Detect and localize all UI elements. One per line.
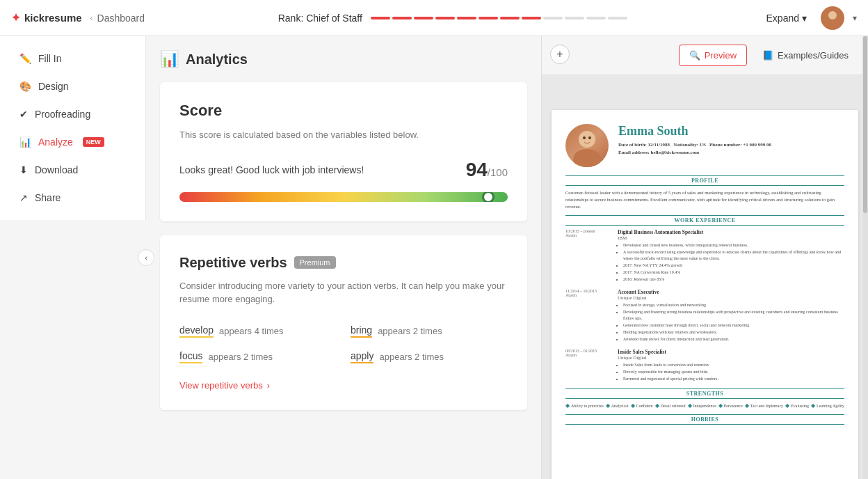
strength-bullet-icon: ◆ — [785, 402, 789, 409]
sidebar: ✏️ Fill In 🎨 Design ✔ Proofreading 📊 Ana… — [0, 36, 146, 479]
sidebar-item-proofreading[interactable]: ✔ Proofreading — [6, 101, 140, 127]
download-icon: ⬇ — [19, 164, 28, 175]
rank-segment-4 — [457, 17, 476, 19]
job-meta-1: 11/2014 – 10/2015 Austin — [565, 289, 611, 343]
analytics-chart-icon: 📊 — [160, 50, 179, 68]
job-title-0: Digital Business Automation Specialist — [618, 229, 844, 235]
work-section-title: Work experience — [565, 215, 844, 226]
sidebar-label-share: Share — [35, 192, 61, 203]
sidebar-label-proofreading: Proofreading — [35, 109, 90, 120]
sidebar-label-download: Download — [35, 164, 78, 175]
dashboard-link[interactable]: Dashboard — [97, 13, 145, 24]
rank-segment-5 — [479, 17, 498, 19]
strength-item: ◆ Learning Agility — [811, 402, 844, 409]
resume-photo — [565, 124, 609, 167]
resume-personal-info: Emma South Date of birth: 12/11/1988 Nat… — [618, 124, 844, 157]
verb-row-0: develop appears 4 times — [179, 322, 337, 340]
avatar[interactable] — [821, 6, 844, 30]
strength-item: ◆ Persistence — [718, 402, 743, 409]
job-location-2: Austin — [565, 353, 611, 357]
bullet-0-1: A successful track-record using knowledg… — [623, 249, 844, 262]
job-content-0: Digital Business Automation Specialist I… — [618, 229, 844, 283]
resume-job-0: 10/2015 – present Austin Digital Busines… — [565, 229, 844, 283]
expand-label: Expand — [766, 13, 799, 24]
email-label: Email address: — [618, 150, 650, 155]
svg-point-0 — [828, 11, 837, 19]
rank-segment-8 — [543, 17, 563, 19]
verb-count-focus: appears 2 times — [208, 352, 273, 362]
verb-count-develop: appears 4 times — [219, 326, 284, 336]
sidebar-item-analyze[interactable]: 📊 Analyze NEW — [6, 129, 140, 155]
score-bar-gradient — [179, 192, 508, 202]
dob-label: Date of birth: — [618, 142, 647, 148]
job-location-1: Austin — [565, 293, 611, 297]
logo-icon: ✦ — [11, 11, 20, 24]
job-company-1: Unique Digital — [618, 295, 844, 301]
verb-word-focus: focus — [179, 350, 202, 363]
job-content-1: Account Executive Unique Digital Focused… — [618, 289, 844, 343]
preview-button[interactable]: 🔍 Preview — [679, 45, 747, 66]
nationality-value: US — [700, 142, 706, 148]
sidebar-label-design: Design — [38, 81, 69, 92]
verbs-card: Repetitive verbs Premium Consider introd… — [160, 235, 527, 410]
rank-segment-11 — [608, 17, 627, 19]
chart-icon: 📊 — [19, 136, 31, 148]
strength-item: ◆ Confident — [631, 402, 653, 409]
add-button[interactable]: + — [550, 45, 570, 64]
sidebar-collapse-button[interactable]: ‹ — [138, 249, 154, 266]
nationality-label: Nationality: — [673, 142, 698, 148]
resume-profile-section: Profile Customer-focused leader with a d… — [565, 175, 844, 210]
view-repetitive-verbs-link[interactable]: View repetitive verbs › — [179, 380, 508, 391]
rank-segment-6 — [500, 17, 520, 19]
resume-header: Emma South Date of birth: 12/11/1988 Nat… — [565, 124, 844, 167]
rank-segment-1 — [392, 17, 412, 19]
scrollbar-track[interactable] — [862, 36, 868, 479]
sidebar-item-design[interactable]: 🎨 Design — [6, 73, 140, 100]
back-chevron-icon: ‹ — [90, 13, 93, 23]
back-nav[interactable]: ‹ Dashboard — [90, 13, 145, 24]
avatar-chevron-icon[interactable]: ▾ — [853, 13, 857, 23]
bullet-1-4: Attended trade shows for client interact… — [623, 336, 844, 343]
analytics-title: Analytics — [186, 52, 248, 68]
score-number: 94 — [466, 159, 488, 180]
resume-name: Emma South — [618, 124, 844, 139]
view-link-arrow-icon: › — [267, 380, 270, 391]
bullet-0-2: 2017: New NA YTY 24.4% growth — [623, 262, 844, 269]
score-bar — [179, 192, 508, 202]
sidebar-item-share[interactable]: ↗ Share — [6, 184, 140, 211]
strength-item: ◆ Independence — [688, 402, 716, 409]
bullet-1-3: Holding negotiations with key retailers … — [623, 329, 844, 336]
rank-segment-7 — [522, 17, 541, 19]
rank-segment-2 — [414, 17, 433, 19]
bullet-0-3: 2017: NA Conversion Rate 10.4% — [623, 269, 844, 276]
rank-segment-3 — [435, 17, 455, 19]
examples-button[interactable]: 📘 Examples/Guides — [753, 45, 858, 65]
verbs-grid: develop appears 4 times bring appears 2 … — [179, 322, 508, 366]
svg-point-5 — [588, 136, 591, 139]
scrollbar-thumb[interactable] — [863, 36, 867, 213]
analytics-header: 📊 Analytics — [160, 50, 527, 68]
expand-button[interactable]: Expand ▾ — [761, 10, 812, 26]
rank-segment-9 — [565, 17, 584, 19]
resume-job-1: 11/2014 – 10/2015 Austin Account Executi… — [565, 289, 844, 343]
verb-word-apply: apply — [351, 350, 373, 363]
bullet-1-0: Focused in storage, virtualization and n… — [623, 302, 844, 308]
resume-job-2: 08/2013 – 01/2015 Austin Inside Sales Sp… — [565, 349, 844, 383]
rank-segment-10 — [586, 17, 606, 19]
hobbies-section-title: Hobbies — [565, 414, 844, 425]
app-logo[interactable]: ✦ kickresume — [11, 11, 82, 24]
design-icon: 🎨 — [19, 81, 31, 92]
job-content-2: Inside Sales Specialist Unique Digital I… — [618, 349, 844, 383]
content-area: 📊 Analytics Score This score is calculat… — [146, 36, 541, 479]
email-value: hello@kickresume.com — [651, 150, 700, 155]
svg-point-4 — [583, 136, 586, 139]
sidebar-item-download[interactable]: ⬇ Download — [6, 157, 140, 183]
strength-bullet-icon: ◆ — [565, 402, 570, 409]
view-link-text: View repetitive verbs — [179, 380, 263, 391]
job-meta-2: 08/2013 – 01/2015 Austin — [565, 349, 611, 383]
analytics-section: 📊 Analytics Score This score is calculat… — [146, 36, 541, 424]
phone-label: Phone number: — [709, 142, 741, 148]
resume-profile-text: Customer-focused leader with a demonstra… — [565, 189, 844, 210]
sidebar-item-fill-in[interactable]: ✏️ Fill In — [6, 45, 140, 72]
strength-item: ◆ Analytical — [606, 402, 629, 409]
